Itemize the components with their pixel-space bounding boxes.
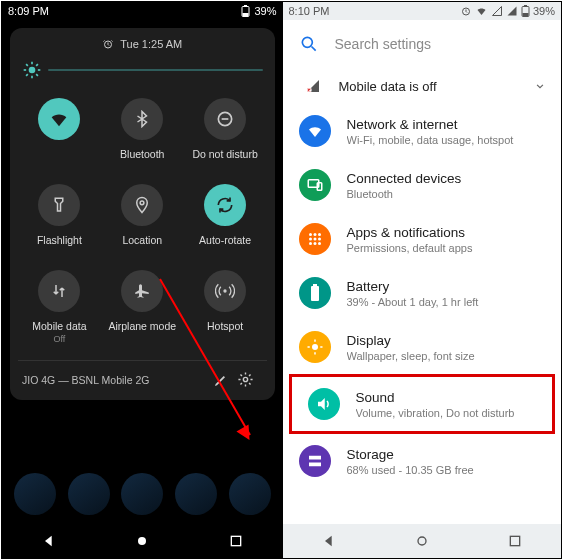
dock-app[interactable] bbox=[175, 473, 217, 515]
dock-app[interactable] bbox=[121, 473, 163, 515]
svg-rect-39 bbox=[313, 284, 317, 286]
quick-settings-screen: 8:09 PM 39% Tue 1:25 AM bbox=[2, 2, 283, 558]
battery-icon bbox=[521, 5, 530, 17]
status-time: 8:10 PM bbox=[289, 5, 330, 17]
svg-rect-45 bbox=[309, 456, 321, 460]
chevron-down-icon bbox=[533, 79, 547, 93]
svg-point-36 bbox=[313, 242, 316, 245]
wifi-icon bbox=[306, 122, 324, 140]
flashlight-icon bbox=[50, 196, 68, 214]
settings-item-devices[interactable]: Connected devicesBluetooth bbox=[283, 158, 562, 212]
svg-point-15 bbox=[140, 201, 144, 205]
dock-app[interactable] bbox=[68, 473, 110, 515]
svg-line-25 bbox=[311, 47, 315, 51]
qs-tile-dnd[interactable]: Do not disturb bbox=[184, 90, 267, 172]
autorotate-icon bbox=[215, 195, 235, 215]
svg-point-37 bbox=[318, 242, 321, 245]
svg-point-30 bbox=[313, 233, 316, 236]
nav-recent[interactable] bbox=[507, 533, 523, 549]
status-bar: 8:10 PM 39% bbox=[283, 2, 562, 20]
settings-screen: 8:10 PM 39% Search settings Mobile data … bbox=[283, 2, 562, 558]
status-battery: 39% bbox=[254, 5, 276, 17]
qs-tile-mobiledata[interactable]: Mobile data Off bbox=[18, 262, 101, 356]
settings-item-storage[interactable]: Storage68% used - 10.35 GB free bbox=[283, 434, 562, 488]
qs-tile-autorotate[interactable]: Auto-rotate bbox=[184, 176, 267, 258]
svg-point-16 bbox=[223, 289, 226, 292]
alarm-icon bbox=[460, 5, 472, 17]
nav-home[interactable] bbox=[414, 533, 430, 549]
settings-list: Network & internetWi-Fi, mobile, data us… bbox=[283, 104, 562, 488]
svg-rect-1 bbox=[244, 5, 247, 7]
settings-item-network[interactable]: Network & internetWi-Fi, mobile, data us… bbox=[283, 104, 562, 158]
brightness-icon bbox=[22, 60, 42, 80]
settings-item-sound[interactable]: SoundVolume, vibration, Do not disturb bbox=[289, 374, 556, 434]
search-icon bbox=[299, 34, 319, 54]
svg-point-18 bbox=[138, 537, 146, 545]
nav-home[interactable] bbox=[134, 533, 150, 549]
svg-point-47 bbox=[418, 537, 426, 545]
location-icon bbox=[133, 196, 151, 214]
qs-tile-bluetooth[interactable]: Bluetooth bbox=[101, 90, 184, 172]
svg-line-9 bbox=[26, 64, 28, 66]
nav-bar bbox=[283, 524, 562, 558]
svg-point-4 bbox=[29, 67, 36, 74]
alarm-row[interactable]: Tue 1:25 AM bbox=[18, 38, 267, 54]
svg-rect-2 bbox=[243, 13, 249, 16]
qs-tile-airplane[interactable]: Airplane mode bbox=[101, 262, 184, 356]
settings-item-apps[interactable]: Apps & notificationsPermissions, default… bbox=[283, 212, 562, 266]
svg-point-35 bbox=[309, 242, 312, 245]
status-bar: 8:09 PM 39% bbox=[2, 2, 283, 20]
alarm-icon bbox=[102, 38, 114, 50]
gear-icon bbox=[237, 371, 254, 388]
svg-line-11 bbox=[26, 74, 28, 76]
carrier-text: JIO 4G — BSNL Mobile 2G bbox=[22, 374, 213, 386]
dock-app[interactable] bbox=[229, 473, 271, 515]
svg-rect-23 bbox=[522, 13, 528, 16]
quick-settings-panel: Tue 1:25 AM Bluetooth Do bbox=[10, 28, 275, 400]
brightness-track[interactable] bbox=[48, 69, 263, 71]
svg-point-17 bbox=[243, 377, 247, 381]
devices-icon bbox=[306, 176, 324, 194]
svg-point-33 bbox=[313, 238, 316, 241]
wifi-icon bbox=[48, 108, 70, 130]
qs-tile-location[interactable]: Location bbox=[101, 176, 184, 258]
svg-rect-19 bbox=[231, 536, 240, 545]
svg-point-29 bbox=[309, 233, 312, 236]
home-dock bbox=[2, 466, 283, 522]
storage-icon bbox=[306, 452, 324, 470]
svg-line-10 bbox=[36, 74, 38, 76]
qs-tile-flashlight[interactable]: Flashlight bbox=[18, 176, 101, 258]
svg-line-12 bbox=[36, 64, 38, 66]
battery-icon bbox=[309, 284, 321, 302]
svg-point-24 bbox=[302, 37, 312, 47]
nav-recent[interactable] bbox=[228, 533, 244, 549]
nav-bar bbox=[2, 524, 283, 558]
signal-icon bbox=[491, 5, 503, 17]
apps-icon bbox=[306, 230, 324, 248]
search-settings[interactable]: Search settings bbox=[283, 20, 562, 68]
bluetooth-icon bbox=[133, 110, 151, 128]
wifi-icon bbox=[475, 5, 488, 17]
svg-point-31 bbox=[318, 233, 321, 236]
settings-item-display[interactable]: DisplayWallpaper, sleep, font size bbox=[283, 320, 562, 374]
qs-tiles-grid: Bluetooth Do not disturb Flashlight Loca… bbox=[18, 90, 267, 356]
dock-app[interactable] bbox=[14, 473, 56, 515]
nav-back[interactable] bbox=[321, 533, 337, 549]
brightness-slider[interactable] bbox=[18, 54, 267, 90]
mobile-data-banner[interactable]: Mobile data is off bbox=[283, 68, 562, 104]
signal-icon bbox=[506, 5, 518, 17]
airplane-icon bbox=[133, 282, 151, 300]
mobiledata-icon bbox=[50, 282, 68, 300]
svg-rect-38 bbox=[311, 286, 319, 301]
settings-button[interactable] bbox=[237, 371, 261, 388]
dnd-icon bbox=[215, 109, 235, 129]
status-battery: 39% bbox=[533, 5, 555, 17]
brightness-icon bbox=[306, 338, 324, 356]
signal-off-icon bbox=[305, 78, 321, 94]
status-time: 8:09 PM bbox=[8, 5, 49, 17]
settings-item-battery[interactable]: Battery39% - About 1 day, 1 hr left bbox=[283, 266, 562, 320]
qs-tile-wifi[interactable] bbox=[18, 90, 101, 172]
svg-point-32 bbox=[309, 238, 312, 241]
svg-rect-46 bbox=[309, 463, 321, 467]
nav-back[interactable] bbox=[41, 533, 57, 549]
